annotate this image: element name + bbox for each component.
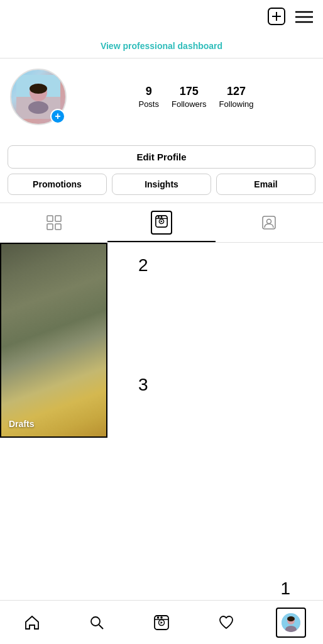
following-stat[interactable]: 127 Following — [219, 85, 254, 109]
edit-profile-button[interactable]: Edit Profile — [8, 145, 315, 169]
promotions-button[interactable]: Promotions — [8, 174, 107, 195]
reels-nav-icon — [153, 614, 170, 631]
svg-point-30 — [160, 616, 163, 619]
menu-icon[interactable] — [295, 9, 313, 27]
nav-profile[interactable] — [276, 608, 306, 638]
reels-tab-border — [151, 211, 172, 235]
draft-background — [1, 244, 106, 436]
avatar-wrapper: + — [10, 69, 67, 125]
svg-point-10 — [28, 101, 48, 114]
nav-heart[interactable] — [211, 608, 241, 638]
top-bar — [0, 0, 323, 36]
svg-point-20 — [161, 216, 163, 218]
insights-button[interactable]: Insights — [112, 174, 211, 195]
bottom-nav: 1 — [0, 600, 323, 644]
secondary-buttons-row: Promotions Insights Email — [8, 174, 315, 195]
tab-grid[interactable] — [0, 203, 107, 242]
followers-label: Followers — [172, 99, 207, 109]
action-buttons: Edit Profile Promotions Insights Email — [0, 143, 323, 197]
bio-section — [0, 130, 323, 143]
nav-home[interactable] — [17, 608, 47, 638]
nav-reels[interactable] — [146, 608, 177, 638]
nav-profile-avatar — [282, 613, 300, 632]
svg-marker-21 — [161, 220, 163, 223]
svg-rect-14 — [47, 224, 53, 230]
stats-section: 9 Posts 175 Followers 127 Following — [79, 85, 313, 109]
followers-count: 175 — [180, 85, 199, 98]
nav-number-1: 1 — [280, 579, 290, 599]
svg-point-11 — [30, 84, 47, 94]
following-label: Following — [219, 99, 254, 109]
draft-card[interactable]: Drafts — [0, 243, 107, 438]
following-count: 127 — [227, 85, 246, 98]
svg-point-35 — [287, 616, 295, 621]
add-story-button[interactable]: + — [50, 109, 65, 124]
profile-section: + 9 Posts 175 Followers 127 Following — [0, 58, 323, 130]
svg-point-24 — [91, 617, 100, 626]
home-icon — [24, 614, 40, 631]
svg-rect-15 — [55, 224, 61, 230]
posts-count: 9 — [146, 85, 152, 98]
svg-line-25 — [99, 625, 104, 629]
followers-stat[interactable]: 175 Followers — [172, 85, 207, 109]
svg-point-19 — [158, 216, 160, 218]
tab-reels[interactable] — [107, 203, 215, 242]
add-icon[interactable] — [268, 8, 285, 29]
professional-banner[interactable]: View professional dashboard — [0, 36, 323, 58]
professional-dashboard-link[interactable]: View professional dashboard — [101, 41, 222, 51]
content-tabs — [0, 203, 323, 243]
tab-tagged[interactable] — [216, 203, 323, 242]
email-button[interactable]: Email — [216, 174, 315, 195]
nav-search[interactable] — [82, 608, 112, 638]
posts-stat: 9 Posts — [138, 85, 159, 109]
grid-icon — [47, 215, 62, 230]
draft-label: Drafts — [9, 419, 34, 429]
content-number-2: 2 — [138, 255, 148, 275]
heart-icon — [218, 614, 234, 631]
svg-rect-12 — [47, 216, 53, 221]
svg-point-29 — [157, 616, 160, 619]
content-area: Drafts 2 3 — [0, 243, 323, 450]
svg-marker-31 — [160, 621, 163, 624]
svg-point-23 — [267, 219, 271, 224]
content-number-3: 3 — [138, 375, 148, 395]
tagged-icon — [261, 215, 276, 230]
search-icon — [89, 614, 105, 631]
posts-label: Posts — [138, 99, 159, 109]
svg-rect-13 — [55, 216, 61, 221]
reels-icon — [155, 214, 168, 228]
